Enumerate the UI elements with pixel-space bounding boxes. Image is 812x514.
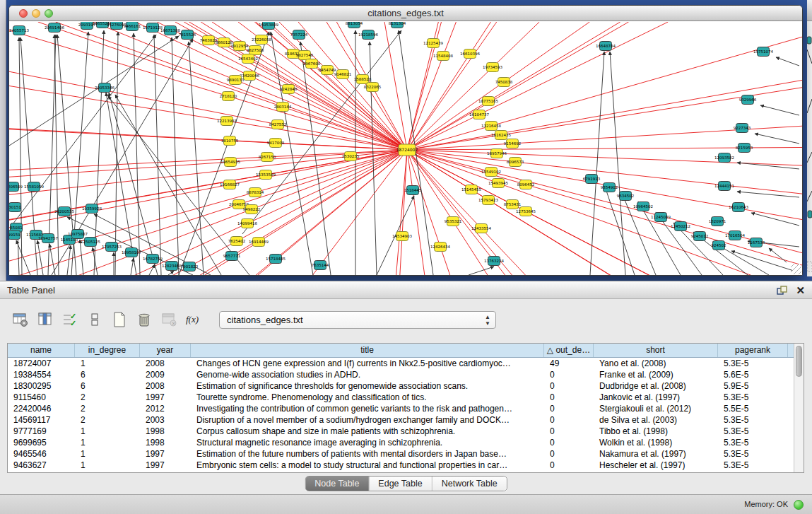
table-row[interactable]: 1938455462009Genome-wide association stu… [8, 369, 794, 380]
tab-network-table[interactable]: Network Table [433, 477, 507, 491]
cell-name[interactable]: 9777169 [8, 426, 75, 437]
cell-pagerank[interactable]: 5.6E-5 [718, 369, 788, 380]
cell-name[interactable]: 19384554 [8, 369, 75, 380]
cell-year[interactable]: 1997 [140, 460, 191, 471]
table-row[interactable]: 977716911998Corpus callosum shape and si… [8, 426, 794, 437]
cell-in_degree[interactable]: 1 [75, 358, 140, 369]
import-table-disabled-button[interactable]: ✕ [160, 310, 178, 329]
cell-title[interactable]: Genome-wide association studies in ADHD. [191, 369, 544, 380]
cell-year[interactable]: 2012 [140, 403, 191, 414]
cell-in_degree[interactable]: 2 [75, 403, 140, 414]
table-scrollbar[interactable] [794, 344, 804, 472]
function-builder-button[interactable]: f(x) [184, 310, 203, 329]
column-chooser-button[interactable] [36, 310, 54, 329]
cell-year[interactable]: 1998 [140, 437, 191, 448]
cell-out_de[interactable]: 0 [544, 448, 594, 460]
cell-out_de[interactable]: 0 [544, 460, 594, 471]
tab-node-table[interactable]: Node Table [305, 477, 369, 491]
column-header-year[interactable]: year [140, 344, 191, 357]
network-canvas[interactable]: 7463822866012889129542322605898275081654… [9, 22, 802, 275]
column-header-short[interactable]: short [594, 344, 718, 357]
cell-pagerank[interactable]: 5.3E-5 [718, 437, 788, 448]
cell-in_degree[interactable]: 1 [75, 460, 140, 471]
table-row[interactable]: 911546021997Tourette syndrome. Phenomeno… [8, 392, 794, 403]
table-row[interactable]: 1830029562008Estimation of significance … [8, 380, 794, 392]
cell-pagerank[interactable]: 5.3E-5 [718, 414, 788, 426]
column-header-out_de[interactable]: △ out_de… [544, 344, 594, 357]
new-table-button[interactable] [110, 310, 129, 329]
cell-name[interactable]: 14569117 [8, 414, 75, 426]
cell-out_de[interactable]: 0 [544, 426, 594, 437]
table-row[interactable]: 946554611997Estimation of the future num… [8, 448, 794, 460]
toggle-rows-button[interactable] [86, 310, 104, 329]
float-panel-icon[interactable] [777, 286, 787, 296]
table-row[interactable]: 946362711997Embryonic stem cells: a mode… [8, 460, 794, 471]
cell-pagerank[interactable]: 5.5E-5 [718, 403, 788, 414]
cell-title[interactable]: Changes of HCN gene expression and I(f) … [191, 358, 544, 369]
cell-pagerank[interactable]: 5.3E-5 [718, 358, 788, 369]
cell-pagerank[interactable]: 5.3E-5 [718, 392, 788, 403]
cell-title[interactable]: Structural magnetic resonance image aver… [191, 437, 544, 448]
cell-short[interactable]: Hescheler et al. (1997) [594, 460, 718, 471]
cell-name[interactable]: 9115460 [8, 392, 75, 403]
cell-pagerank[interactable]: 5.3E-5 [718, 460, 788, 471]
cell-out_de[interactable]: 0 [544, 380, 594, 392]
cell-name[interactable]: 9465546 [8, 448, 75, 460]
cell-pagerank[interactable]: 5.3E-5 [718, 426, 788, 437]
cell-in_degree[interactable]: 6 [75, 380, 140, 392]
cell-year[interactable]: 2008 [140, 380, 191, 392]
cell-in_degree[interactable]: 2 [75, 392, 140, 403]
background-network-window[interactable] [807, 0, 812, 276]
cell-short[interactable]: Tibbo et al. (1998) [594, 426, 718, 437]
close-panel-icon[interactable]: ✕ [796, 284, 805, 297]
network-window[interactable]: citations_edges.txt 74638228660128891295… [8, 5, 803, 276]
tab-edge-table[interactable]: Edge Table [369, 477, 432, 491]
cell-pagerank[interactable]: 5.9E-5 [718, 380, 788, 392]
cell-title[interactable]: Investigating the contribution of common… [191, 403, 544, 414]
delete-table-button[interactable] [135, 310, 153, 329]
network-window-titlebar[interactable]: citations_edges.txt [9, 6, 802, 21]
cell-short[interactable]: Yano et al. (2008) [594, 358, 718, 369]
cell-out_de[interactable]: 0 [544, 414, 594, 426]
table-row[interactable]: 2242004622012Investigating the contribut… [8, 403, 794, 414]
table-options-button[interactable] [11, 310, 30, 329]
cell-year[interactable]: 1997 [140, 392, 191, 403]
cell-name[interactable]: 22420046 [8, 403, 75, 414]
cell-year[interactable]: 2009 [140, 369, 191, 380]
cell-title[interactable]: Corpus callosum shape and size in male p… [191, 426, 544, 437]
cell-short[interactable]: Franke et al. (2009) [594, 369, 718, 380]
cell-title[interactable]: Estimation of the future numbers of pati… [191, 448, 544, 460]
cell-name[interactable]: 9463627 [8, 460, 75, 471]
table-row[interactable]: 969969511998Structural magnetic resonanc… [8, 437, 794, 448]
cell-short[interactable]: Jankovic et al. (1997) [594, 392, 718, 403]
cell-out_de[interactable]: 0 [544, 392, 594, 403]
cell-year[interactable]: 1998 [140, 426, 191, 437]
cell-in_degree[interactable]: 2 [75, 414, 140, 426]
column-header-name[interactable]: name [8, 344, 75, 357]
cell-in_degree[interactable]: 1 [75, 426, 140, 437]
cell-short[interactable]: de Silva et al. (2003) [594, 414, 718, 426]
cell-year[interactable]: 2008 [140, 358, 191, 369]
cell-short[interactable]: Wolkin et al. (1998) [594, 437, 718, 448]
select-all-button[interactable]: ✓✓ [61, 310, 79, 329]
cell-short[interactable]: Dudbridge et al. (2008) [594, 380, 718, 392]
column-header-title[interactable]: title [191, 344, 544, 357]
cell-out_de[interactable]: 0 [544, 369, 594, 380]
cell-in_degree[interactable]: 1 [75, 448, 140, 460]
table-scrollbar-thumb[interactable] [796, 346, 802, 377]
cell-title[interactable]: Tourette syndrome. Phenomenology and cla… [191, 392, 544, 403]
cell-title[interactable]: Disruption of a novel member of a sodium… [191, 414, 544, 426]
column-header-pagerank[interactable]: pagerank [718, 344, 788, 357]
table-row[interactable]: 1872400712008Changes of HCN gene express… [8, 358, 794, 369]
cell-year[interactable]: 1997 [140, 448, 191, 460]
cell-in_degree[interactable]: 1 [75, 437, 140, 448]
network-view[interactable]: 7463822866012889129542322605898275081654… [9, 22, 802, 275]
cell-in_degree[interactable]: 6 [75, 369, 140, 380]
cell-out_de[interactable]: 0 [544, 403, 594, 414]
cell-pagerank[interactable]: 5.3E-5 [718, 448, 788, 460]
table-selector-dropdown[interactable]: citations_edges.txt ▲▼ [219, 311, 496, 329]
cell-year[interactable]: 2003 [140, 414, 191, 426]
cell-name[interactable]: 9699695 [8, 437, 75, 448]
cell-name[interactable]: 18724007 [8, 358, 75, 369]
cell-title[interactable]: Estimation of significance thresholds fo… [191, 380, 544, 392]
